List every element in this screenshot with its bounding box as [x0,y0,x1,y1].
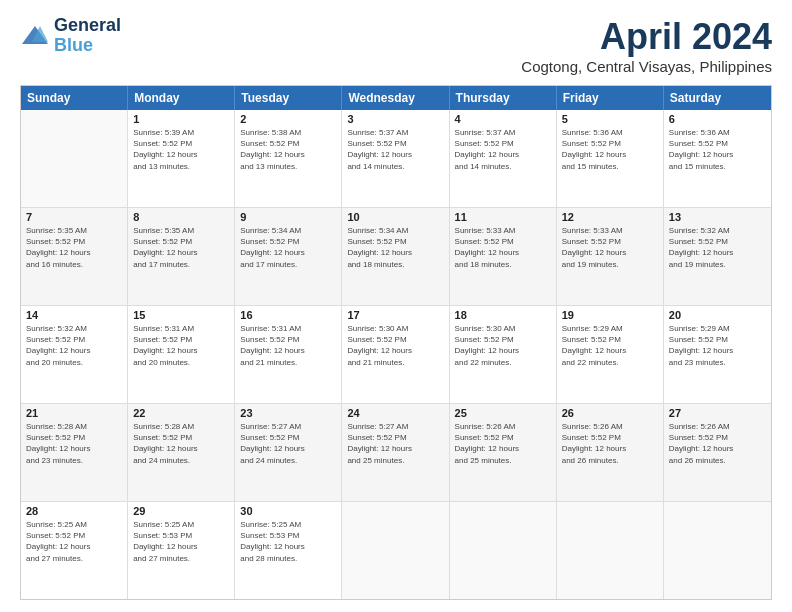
calendar-cell: 4Sunrise: 5:37 AMSunset: 5:52 PMDaylight… [450,110,557,207]
weekday-header-thursday: Thursday [450,86,557,110]
day-info: Sunrise: 5:26 AMSunset: 5:52 PMDaylight:… [562,421,658,466]
weekday-header-saturday: Saturday [664,86,771,110]
weekday-header-wednesday: Wednesday [342,86,449,110]
day-info: Sunrise: 5:32 AMSunset: 5:52 PMDaylight:… [669,225,766,270]
day-number: 17 [347,309,443,321]
day-number: 15 [133,309,229,321]
weekday-header-monday: Monday [128,86,235,110]
calendar-cell: 11Sunrise: 5:33 AMSunset: 5:52 PMDayligh… [450,208,557,305]
calendar-cell: 15Sunrise: 5:31 AMSunset: 5:52 PMDayligh… [128,306,235,403]
calendar-cell: 22Sunrise: 5:28 AMSunset: 5:52 PMDayligh… [128,404,235,501]
day-number: 23 [240,407,336,419]
page: General Blue April 2024 Cogtong, Central… [0,0,792,612]
calendar-cell: 17Sunrise: 5:30 AMSunset: 5:52 PMDayligh… [342,306,449,403]
day-number: 26 [562,407,658,419]
calendar-cell: 6Sunrise: 5:36 AMSunset: 5:52 PMDaylight… [664,110,771,207]
calendar-cell: 29Sunrise: 5:25 AMSunset: 5:53 PMDayligh… [128,502,235,599]
day-info: Sunrise: 5:35 AMSunset: 5:52 PMDaylight:… [26,225,122,270]
day-info: Sunrise: 5:38 AMSunset: 5:52 PMDaylight:… [240,127,336,172]
calendar-cell [664,502,771,599]
main-title: April 2024 [521,16,772,58]
day-info: Sunrise: 5:34 AMSunset: 5:52 PMDaylight:… [240,225,336,270]
day-info: Sunrise: 5:32 AMSunset: 5:52 PMDaylight:… [26,323,122,368]
calendar-cell: 27Sunrise: 5:26 AMSunset: 5:52 PMDayligh… [664,404,771,501]
weekday-header-friday: Friday [557,86,664,110]
day-number: 3 [347,113,443,125]
calendar-cell: 2Sunrise: 5:38 AMSunset: 5:52 PMDaylight… [235,110,342,207]
logo-text: General Blue [54,16,121,56]
calendar-cell: 7Sunrise: 5:35 AMSunset: 5:52 PMDaylight… [21,208,128,305]
day-number: 22 [133,407,229,419]
day-number: 30 [240,505,336,517]
day-number: 25 [455,407,551,419]
day-number: 20 [669,309,766,321]
calendar-cell [557,502,664,599]
title-block: April 2024 Cogtong, Central Visayas, Phi… [521,16,772,75]
day-number: 2 [240,113,336,125]
calendar-cell: 18Sunrise: 5:30 AMSunset: 5:52 PMDayligh… [450,306,557,403]
calendar-row: 28Sunrise: 5:25 AMSunset: 5:52 PMDayligh… [21,502,771,599]
day-info: Sunrise: 5:33 AMSunset: 5:52 PMDaylight:… [455,225,551,270]
day-info: Sunrise: 5:28 AMSunset: 5:52 PMDaylight:… [26,421,122,466]
calendar-cell: 19Sunrise: 5:29 AMSunset: 5:52 PMDayligh… [557,306,664,403]
calendar-row: 21Sunrise: 5:28 AMSunset: 5:52 PMDayligh… [21,404,771,502]
calendar-cell: 8Sunrise: 5:35 AMSunset: 5:52 PMDaylight… [128,208,235,305]
calendar-cell: 12Sunrise: 5:33 AMSunset: 5:52 PMDayligh… [557,208,664,305]
day-info: Sunrise: 5:25 AMSunset: 5:53 PMDaylight:… [133,519,229,564]
calendar-cell [450,502,557,599]
day-number: 18 [455,309,551,321]
calendar-cell: 13Sunrise: 5:32 AMSunset: 5:52 PMDayligh… [664,208,771,305]
day-number: 21 [26,407,122,419]
day-number: 5 [562,113,658,125]
calendar-body: 1Sunrise: 5:39 AMSunset: 5:52 PMDaylight… [21,110,771,599]
day-number: 19 [562,309,658,321]
calendar-cell: 9Sunrise: 5:34 AMSunset: 5:52 PMDaylight… [235,208,342,305]
day-info: Sunrise: 5:33 AMSunset: 5:52 PMDaylight:… [562,225,658,270]
logo: General Blue [20,16,121,56]
day-info: Sunrise: 5:30 AMSunset: 5:52 PMDaylight:… [455,323,551,368]
calendar-row: 7Sunrise: 5:35 AMSunset: 5:52 PMDaylight… [21,208,771,306]
day-number: 24 [347,407,443,419]
calendar-cell: 14Sunrise: 5:32 AMSunset: 5:52 PMDayligh… [21,306,128,403]
header: General Blue April 2024 Cogtong, Central… [20,16,772,75]
day-number: 9 [240,211,336,223]
day-info: Sunrise: 5:29 AMSunset: 5:52 PMDaylight:… [669,323,766,368]
day-number: 27 [669,407,766,419]
day-number: 16 [240,309,336,321]
day-info: Sunrise: 5:26 AMSunset: 5:52 PMDaylight:… [455,421,551,466]
calendar-cell: 26Sunrise: 5:26 AMSunset: 5:52 PMDayligh… [557,404,664,501]
calendar-cell: 24Sunrise: 5:27 AMSunset: 5:52 PMDayligh… [342,404,449,501]
day-info: Sunrise: 5:25 AMSunset: 5:53 PMDaylight:… [240,519,336,564]
day-number: 4 [455,113,551,125]
day-info: Sunrise: 5:28 AMSunset: 5:52 PMDaylight:… [133,421,229,466]
day-info: Sunrise: 5:34 AMSunset: 5:52 PMDaylight:… [347,225,443,270]
day-info: Sunrise: 5:31 AMSunset: 5:52 PMDaylight:… [240,323,336,368]
day-number: 7 [26,211,122,223]
calendar-cell [342,502,449,599]
calendar-cell: 20Sunrise: 5:29 AMSunset: 5:52 PMDayligh… [664,306,771,403]
day-number: 1 [133,113,229,125]
calendar-cell: 10Sunrise: 5:34 AMSunset: 5:52 PMDayligh… [342,208,449,305]
day-number: 28 [26,505,122,517]
day-info: Sunrise: 5:37 AMSunset: 5:52 PMDaylight:… [455,127,551,172]
day-number: 11 [455,211,551,223]
calendar-cell: 5Sunrise: 5:36 AMSunset: 5:52 PMDaylight… [557,110,664,207]
day-info: Sunrise: 5:36 AMSunset: 5:52 PMDaylight:… [669,127,766,172]
day-number: 8 [133,211,229,223]
calendar-cell: 21Sunrise: 5:28 AMSunset: 5:52 PMDayligh… [21,404,128,501]
calendar-cell: 23Sunrise: 5:27 AMSunset: 5:52 PMDayligh… [235,404,342,501]
day-number: 12 [562,211,658,223]
day-info: Sunrise: 5:35 AMSunset: 5:52 PMDaylight:… [133,225,229,270]
calendar-cell: 28Sunrise: 5:25 AMSunset: 5:52 PMDayligh… [21,502,128,599]
day-number: 14 [26,309,122,321]
day-info: Sunrise: 5:27 AMSunset: 5:52 PMDaylight:… [240,421,336,466]
calendar-row: 14Sunrise: 5:32 AMSunset: 5:52 PMDayligh… [21,306,771,404]
calendar-cell [21,110,128,207]
day-info: Sunrise: 5:36 AMSunset: 5:52 PMDaylight:… [562,127,658,172]
day-number: 13 [669,211,766,223]
logo-line2: Blue [54,35,93,55]
subtitle: Cogtong, Central Visayas, Philippines [521,58,772,75]
calendar: SundayMondayTuesdayWednesdayThursdayFrid… [20,85,772,600]
day-info: Sunrise: 5:25 AMSunset: 5:52 PMDaylight:… [26,519,122,564]
day-info: Sunrise: 5:26 AMSunset: 5:52 PMDaylight:… [669,421,766,466]
